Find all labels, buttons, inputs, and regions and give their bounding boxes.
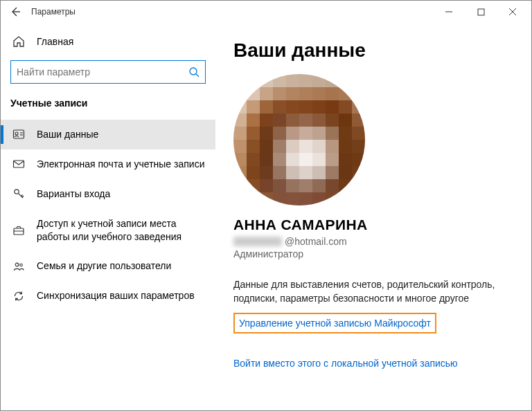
titlebar: Параметры xyxy=(1,1,531,23)
sidebar-item-label: Электронная почта и учетные записи xyxy=(37,158,207,171)
sidebar-item-email-accounts[interactable]: Электронная почта и учетные записи xyxy=(1,149,215,179)
sidebar-item-label: Синхронизация ваших параметров xyxy=(37,289,207,302)
mail-icon xyxy=(12,158,26,170)
sidebar-item-your-info[interactable]: Ваши данные xyxy=(1,120,215,149)
sidebar-item-label: Доступ к учетной записи места работы или… xyxy=(37,217,207,244)
back-button[interactable] xyxy=(3,1,27,23)
manage-account-highlight: Управление учетной записью Майкрософт xyxy=(233,313,436,334)
svg-line-5 xyxy=(196,74,199,77)
user-role: Администратор xyxy=(233,248,513,259)
svg-point-11 xyxy=(15,190,19,194)
svg-point-7 xyxy=(15,132,18,135)
sidebar-item-sync[interactable]: Синхронизация ваших параметров xyxy=(1,281,215,311)
search-input[interactable] xyxy=(17,66,188,77)
svg-point-14 xyxy=(15,263,19,266)
sidebar-category: Учетные записи xyxy=(1,93,215,120)
sidebar-item-family[interactable]: Семья и другие пользователи xyxy=(1,251,215,281)
avatar[interactable] xyxy=(233,74,365,206)
page-title: Ваши данные xyxy=(233,39,513,62)
sync-icon xyxy=(12,290,26,302)
window-title: Параметры xyxy=(31,7,433,17)
window-controls xyxy=(433,1,529,23)
sidebar: Главная Учетные записи Ваши данные Э xyxy=(1,23,215,410)
svg-point-4 xyxy=(190,68,197,75)
svg-point-15 xyxy=(20,264,23,266)
arrow-left-icon xyxy=(10,6,21,17)
home-icon xyxy=(12,35,26,48)
svg-rect-10 xyxy=(14,161,24,167)
user-name: АННА САМАРИНА xyxy=(233,217,513,233)
maximize-button[interactable] xyxy=(465,1,497,23)
home-label: Главная xyxy=(37,36,73,47)
close-icon xyxy=(508,8,517,16)
close-button[interactable] xyxy=(497,1,529,23)
sidebar-item-signin-options[interactable]: Варианты входа xyxy=(1,179,215,209)
email-domain: @hotmail.com xyxy=(285,236,347,247)
content-pane: Ваши данные АННА САМАРИНА @hotmail.com А… xyxy=(215,23,531,410)
sidebar-item-work-school[interactable]: Доступ к учетной записи места работы или… xyxy=(1,209,215,252)
user-email: @hotmail.com xyxy=(233,236,513,247)
search-icon xyxy=(188,66,200,77)
search-box[interactable] xyxy=(10,60,206,84)
email-local-blurred xyxy=(233,237,282,246)
account-description: Данные для выставления счетов, родительс… xyxy=(233,277,511,306)
briefcase-icon xyxy=(12,224,26,237)
minimize-button[interactable] xyxy=(433,1,465,23)
people-icon xyxy=(12,260,26,273)
sidebar-item-label: Ваши данные xyxy=(37,128,207,141)
svg-rect-1 xyxy=(478,9,484,15)
avatar-image xyxy=(233,74,365,206)
sidebar-item-label: Семья и другие пользователи xyxy=(37,259,207,273)
manage-account-link[interactable]: Управление учетной записью Майкрософт xyxy=(239,318,431,329)
window-body: Главная Учетные записи Ваши данные Э xyxy=(1,23,531,410)
home-nav[interactable]: Главная xyxy=(1,30,215,53)
id-card-icon xyxy=(12,128,26,140)
maximize-icon xyxy=(477,8,485,16)
settings-window: Параметры Главная xyxy=(0,0,532,411)
key-icon xyxy=(12,188,26,200)
minimize-icon xyxy=(445,8,453,16)
local-account-link[interactable]: Войти вместо этого с локальной учетной з… xyxy=(233,358,458,369)
sidebar-item-label: Варианты входа xyxy=(37,188,207,201)
